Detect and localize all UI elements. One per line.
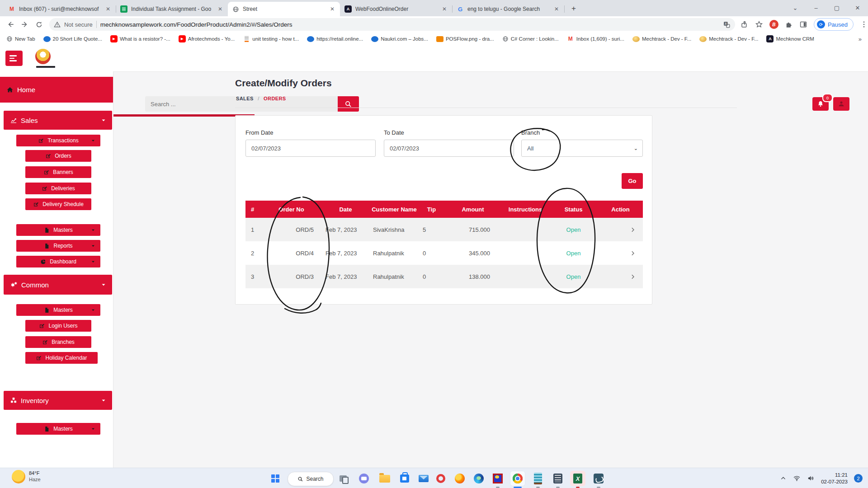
bookmark-item[interactable]: New Tab — [6, 36, 35, 42]
bookmark-item[interactable]: AMechknow CRM — [766, 35, 814, 42]
tray-chevron-up-icon[interactable] — [780, 475, 787, 482]
notepad-icon[interactable] — [530, 471, 546, 486]
col-header-date[interactable]: Date — [322, 201, 369, 218]
profile-sync-paused-chip[interactable]: ⟳ Paused — [814, 18, 854, 31]
opera-icon[interactable] — [433, 471, 448, 486]
forward-icon[interactable] — [21, 20, 29, 28]
sidebar-item-login-users[interactable]: Login Users — [25, 320, 91, 332]
sidebar-item-holiday-calendar[interactable]: Holiday Calendar — [25, 352, 98, 364]
sidebar-item-banners[interactable]: Banners — [25, 166, 91, 178]
translate-icon[interactable] — [723, 21, 731, 28]
bookmark-item[interactable]: unit testing - how t... — [243, 35, 299, 42]
col-header-status[interactable]: Status — [549, 201, 598, 218]
sidebar-item-branches[interactable]: Branches — [25, 336, 91, 348]
tab-webfoodonlineorder[interactable]: A WebFoodOnlineOrder ✕ — [340, 2, 452, 16]
to-date-input[interactable] — [384, 140, 514, 157]
back-icon[interactable] — [6, 20, 14, 28]
bookmark-item[interactable]: ▶Afrotechmods - Yo... — [179, 35, 235, 42]
clock[interactable]: 11:21 02-07-2023 — [821, 472, 848, 485]
pgadmin-icon[interactable] — [591, 471, 606, 486]
breadcrumb-parent[interactable]: SALES — [236, 96, 254, 101]
bookmark-item[interactable]: https://retail.online... — [307, 36, 363, 42]
reload-icon[interactable] — [35, 21, 43, 28]
app-search-button[interactable] — [338, 96, 359, 112]
from-date-input[interactable] — [245, 140, 376, 157]
new-tab-button[interactable]: + — [568, 3, 580, 14]
tab-sheets[interactable]: Individual Task Assignment - Goo ✕ — [116, 2, 228, 16]
bookmark-item[interactable]: ▶What is a resistor? -... — [110, 35, 170, 42]
tab-close-icon[interactable]: ✕ — [329, 6, 335, 12]
app-logo[interactable] — [35, 49, 51, 64]
task-view-icon[interactable] — [335, 471, 351, 486]
edge-icon[interactable] — [471, 471, 486, 486]
taskbar-search[interactable]: Search — [288, 472, 334, 486]
excel-icon[interactable] — [570, 471, 585, 486]
bookmark-item[interactable]: Mechtrack - Dev - F... — [632, 36, 691, 42]
paint-app-icon[interactable] — [490, 471, 505, 486]
security-chip[interactable]: Not secure — [64, 21, 93, 28]
bookmarks-overflow-chevron[interactable]: » — [859, 36, 862, 42]
tab-close-icon[interactable]: ✕ — [105, 6, 111, 12]
sidebar-item-dashboard[interactable]: Dashboard — [16, 256, 100, 267]
sidebar-toggle-button[interactable] — [5, 51, 23, 66]
row-expand-chevron[interactable] — [598, 218, 643, 241]
bookmark-item[interactable]: 20 Short Life Quote... — [43, 36, 102, 42]
file-explorer-icon[interactable] — [377, 471, 392, 486]
sidebar-item-orders[interactable]: Orders — [25, 150, 91, 162]
weather-widget[interactable]: 84°F Haze — [12, 470, 41, 483]
side-panel-icon[interactable] — [799, 20, 807, 28]
url-bar[interactable]: Not secure mechknowsamplework.com/FoodOr… — [49, 18, 735, 31]
col-header-customer[interactable]: Customer Name — [369, 201, 419, 218]
notifications-button[interactable]: 0 — [812, 97, 829, 111]
firefox-icon[interactable] — [452, 471, 467, 486]
bookmark-star-icon[interactable] — [755, 20, 763, 28]
bookmark-item[interactable]: MInbox (1,609) - suri... — [567, 35, 624, 42]
tab-close-icon[interactable]: ✕ — [553, 6, 560, 12]
col-header-instructions[interactable]: Instructions — [502, 201, 549, 218]
minimize-button[interactable]: – — [806, 5, 826, 11]
tab-google-search[interactable]: G eng to telugu - Google Search ✕ — [452, 2, 564, 16]
sidebar-item-masters-common[interactable]: Masters — [16, 304, 100, 316]
col-header-amount[interactable]: Amount — [444, 201, 502, 218]
sidebar-item-reports[interactable]: Reports — [16, 240, 100, 252]
start-button[interactable] — [268, 471, 283, 486]
share-icon[interactable] — [741, 20, 749, 28]
branch-select[interactable]: All ⌄ — [521, 140, 643, 157]
volume-icon[interactable] — [807, 474, 815, 482]
maximize-button[interactable]: ▢ — [826, 5, 847, 11]
tab-street-active[interactable]: Street ✕ — [228, 2, 340, 16]
sidebar-item-home[interactable]: Home — [0, 77, 113, 103]
bookmark-item[interactable]: C# Corner : Lookin... — [502, 36, 559, 42]
close-button[interactable]: ✕ — [847, 5, 868, 11]
sidebar-item-masters-sales[interactable]: Masters — [16, 224, 100, 236]
row-expand-chevron[interactable] — [598, 265, 643, 288]
col-header-action[interactable]: Action — [598, 201, 643, 218]
bookmark-item[interactable]: Naukri.com – Jobs... — [371, 36, 428, 42]
col-header-order-no[interactable]: Order No — [261, 201, 322, 218]
bookmark-item[interactable]: Mechtrack - Dev - F... — [699, 36, 758, 42]
profile-button[interactable] — [833, 97, 849, 111]
wifi-icon[interactable] — [793, 474, 801, 482]
teams-chat-icon[interactable] — [356, 471, 372, 486]
url-text[interactable]: mechknowsamplework.com/FoodOrderProduct/… — [100, 21, 292, 28]
col-header-num[interactable]: # — [245, 201, 261, 218]
microsoft-store-icon[interactable] — [397, 471, 412, 486]
bookmark-item[interactable]: POSFlow.png - dra... — [436, 36, 494, 42]
sidebar-item-transactions[interactable]: Transactions — [16, 135, 100, 146]
col-header-tip[interactable]: Tip — [419, 201, 444, 218]
calculator-icon[interactable] — [550, 471, 566, 486]
sidebar-item-sales[interactable]: Sales — [4, 111, 112, 130]
sidebar-item-masters-inventory[interactable]: Masters — [16, 423, 100, 435]
go-button[interactable]: Go — [622, 173, 643, 189]
tab-close-icon[interactable]: ✕ — [441, 6, 448, 12]
notification-center-badge[interactable]: 2 — [854, 474, 863, 483]
adblock-extension-icon[interactable]: B — [769, 20, 778, 29]
chrome-menu-dots-icon[interactable] — [860, 20, 868, 28]
extensions-puzzle-icon[interactable] — [785, 20, 793, 28]
row-expand-chevron[interactable] — [598, 241, 643, 265]
sidebar-item-delivery-schedule[interactable]: Delivery Shedule — [25, 198, 91, 210]
chrome-icon-active[interactable] — [510, 471, 525, 486]
sidebar-item-common[interactable]: Common — [4, 275, 112, 295]
mail-icon[interactable] — [416, 471, 431, 486]
tab-gmail[interactable]: M Inbox (607) - suri@mechknowsof ✕ — [4, 2, 116, 16]
